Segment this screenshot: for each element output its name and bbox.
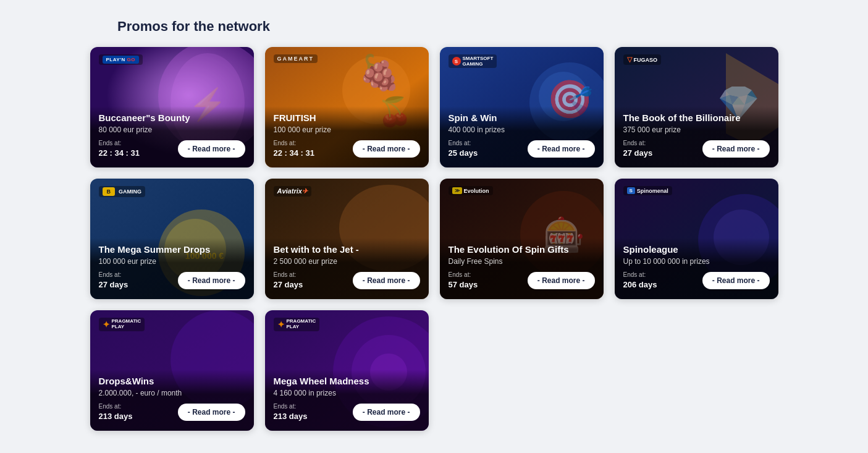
card-ends: Ends at:25 days [449, 139, 478, 159]
card-content: Bet with to the Jet - 2 500 000 eur priz… [265, 238, 429, 299]
card-ends-value: 22 : 34 : 31 [274, 148, 315, 159]
card-content: The Book of the Billionaire 375 000 eur … [615, 106, 778, 167]
card-logo: ✦PRAGMATICPLAY [99, 318, 145, 331]
card-footer: Ends at:213 days - Read more - [274, 402, 420, 422]
card-ends: Ends at:57 days [449, 271, 478, 290]
promo-card-mega-summer-drops[interactable]: 100 000 € BGAMING The Mega Summer Drops … [90, 179, 254, 299]
card-footer: Ends at:25 days - Read more - [449, 139, 595, 159]
card-content: Mega Wheel Madness 4 160 000 in prizes E… [265, 370, 429, 431]
card-ends: Ends at:213 days [99, 402, 133, 422]
card-prize: 2 500 000 eur prize [274, 257, 420, 266]
card-title: Buccaneer"s Bounty [99, 112, 245, 124]
card-ends: Ends at:27 days [623, 139, 653, 159]
read-more-button[interactable]: - Read more - [528, 140, 595, 158]
read-more-button[interactable]: - Read more - [353, 272, 420, 289]
card-prize: Daily Free Spins [449, 257, 595, 266]
promo-card-buccaneers-bounty[interactable]: ⚡ PLAY'N GO Buccaneer"s Bounty 80 000 eu… [90, 47, 254, 167]
card-footer: Ends at:27 days - Read more - [99, 271, 245, 290]
card-footer: Ends at:22 : 34 : 31 - Read more - [274, 139, 420, 159]
card-content: The Mega Summer Drops 100 000 eur prize … [90, 238, 254, 299]
read-more-button[interactable]: - Read more - [178, 140, 245, 158]
card-ends: Ends at:22 : 34 : 31 [274, 139, 315, 159]
card-title: The Evolution Of Spin Gifts [449, 244, 595, 255]
card-ends-value: 213 days [99, 411, 133, 422]
card-title: FRUITISH [274, 112, 420, 124]
promo-card-evolution-spin-gifts[interactable]: 🎰 ≫Evolution The Evolution Of Spin Gifts… [440, 179, 604, 299]
read-more-button[interactable]: - Read more - [178, 404, 245, 421]
card-prize: 400 000 in prizes [449, 125, 595, 134]
card-logo: SSpinomenal [623, 186, 672, 195]
card-ends-value: 27 days [623, 148, 653, 159]
card-footer: Ends at:206 days - Read more - [623, 271, 770, 290]
promo-card-drops-wins[interactable]: ✦PRAGMATICPLAY Drops&Wins 2.000.000, - e… [90, 310, 254, 431]
card-ends: Ends at:213 days [274, 402, 308, 422]
page-title: Promos for the network [117, 19, 856, 35]
read-more-button[interactable]: - Read more - [353, 140, 420, 158]
card-title: Spinoleague [623, 244, 770, 255]
card-ends-value: 27 days [99, 279, 129, 290]
card-logo: ✦PRAGMATICPLAY [274, 318, 320, 331]
card-content: Drops&Wins 2.000.000, - euro / month End… [90, 370, 254, 431]
card-logo: ▽FUGASO [623, 54, 662, 65]
card-prize: 80 000 eur prize [99, 125, 245, 134]
card-logo: SSMARTSOFTGAMING [449, 54, 497, 68]
card-title: Spin & Win [449, 112, 595, 124]
card-ends-value: 27 days [274, 279, 303, 290]
card-logo: PLAY'N GO [99, 54, 143, 65]
promo-card-spinoleague[interactable]: SSpinomenal Spinoleague Up to 10 000 000… [615, 179, 778, 299]
read-more-button[interactable]: - Read more - [178, 272, 245, 289]
card-footer: Ends at:27 days - Read more - [274, 271, 420, 290]
card-content: Spin & Win 400 000 in prizes Ends at:25 … [440, 106, 604, 167]
card-content: The Evolution Of Spin Gifts Daily Free S… [440, 238, 604, 299]
card-prize: 2.000.000, - euro / month [99, 389, 245, 397]
card-footer: Ends at:27 days - Read more - [623, 139, 770, 159]
card-content: Spinoleague Up to 10 000 000 in prizes E… [615, 238, 778, 299]
card-title: Drops&Wins [99, 376, 245, 387]
card-ends: Ends at:22 : 34 : 31 [99, 139, 140, 159]
card-content: Buccaneer"s Bounty 80 000 eur prize Ends… [90, 106, 254, 167]
card-ends: Ends at:206 days [623, 271, 657, 290]
card-ends: Ends at:27 days [99, 271, 129, 290]
promo-card-book-billionaire[interactable]: 💎 ▽FUGASO The Book of the Billionaire 37… [615, 47, 778, 167]
promo-grid: ⚡ PLAY'N GO Buccaneer"s Bounty 80 000 eu… [12, 47, 856, 431]
card-ends-value: 25 days [449, 148, 478, 159]
card-logo: GAMEART [274, 54, 318, 63]
card-title: The Mega Summer Drops [99, 244, 245, 255]
card-title: Mega Wheel Madness [274, 376, 420, 387]
read-more-button[interactable]: - Read more - [353, 404, 420, 421]
promo-card-fruitish[interactable]: 🍇🍒 GAMEART FRUITISH 100 000 eur prize En… [265, 47, 429, 167]
card-ends: Ends at:27 days [274, 271, 303, 290]
card-prize: 375 000 eur prize [623, 125, 770, 134]
read-more-button[interactable]: - Read more - [528, 272, 595, 289]
promo-card-bet-jet[interactable]: Aviatrix✈ Bet with to the Jet - 2 500 00… [265, 179, 429, 299]
promo-card-spin-win[interactable]: 🎯 SSMARTSOFTGAMING Spin & Win 400 000 in… [440, 47, 604, 167]
card-prize: 100 000 eur prize [99, 257, 245, 266]
svg-text:🍇: 🍇 [358, 53, 400, 93]
card-ends-value: 213 days [274, 411, 308, 422]
card-ends-value: 22 : 34 : 31 [99, 148, 140, 159]
card-prize: 4 160 000 in prizes [274, 389, 420, 397]
card-footer: Ends at:22 : 34 : 31 - Read more - [99, 139, 245, 159]
card-prize: Up to 10 000 000 in prizes [623, 257, 770, 266]
card-prize: 100 000 eur prize [274, 125, 420, 134]
card-title: The Book of the Billionaire [623, 112, 770, 124]
card-logo: BGAMING [99, 186, 146, 197]
card-title: Bet with to the Jet - [274, 244, 420, 255]
card-ends-value: 206 days [623, 279, 657, 290]
card-logo: Aviatrix✈ [274, 186, 311, 197]
card-content: FRUITISH 100 000 eur prize Ends at:22 : … [265, 106, 429, 167]
card-logo: ≫Evolution [449, 186, 493, 195]
read-more-button[interactable]: - Read more - [702, 272, 770, 289]
card-footer: Ends at:57 days - Read more - [449, 271, 595, 290]
read-more-button[interactable]: - Read more - [702, 140, 770, 158]
card-footer: Ends at:213 days - Read more - [99, 402, 245, 422]
card-ends-value: 57 days [449, 279, 478, 290]
promo-card-mega-wheel-madness[interactable]: ✦PRAGMATICPLAY Mega Wheel Madness 4 160 … [265, 310, 429, 431]
